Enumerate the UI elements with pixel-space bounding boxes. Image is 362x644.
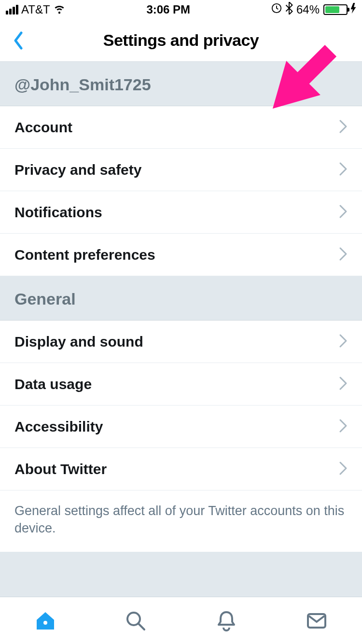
row-label: Data usage: [14, 376, 92, 392]
row-label: Notifications: [14, 204, 102, 221]
general-footer-note: General settings affect all of your Twit…: [0, 490, 362, 552]
empty-spacer: [0, 552, 362, 597]
tab-bar: [0, 597, 362, 644]
row-privacy-safety[interactable]: Privacy and safety: [0, 149, 362, 191]
section-header-general: General: [0, 276, 362, 321]
tab-messages[interactable]: [303, 607, 330, 634]
section-header-user: @John_Smit1725: [0, 62, 362, 106]
status-right: 64%: [271, 2, 356, 17]
row-label: About Twitter: [14, 461, 107, 477]
chevron-right-icon: [339, 461, 348, 477]
row-content-preferences[interactable]: Content preferences: [0, 234, 362, 276]
status-left: AT&T: [6, 2, 66, 17]
chevron-right-icon: [339, 419, 348, 435]
battery-icon: [323, 4, 348, 15]
row-label: Account: [14, 119, 72, 136]
battery-percent: 64%: [296, 3, 320, 16]
row-account[interactable]: Account: [0, 106, 362, 149]
chevron-right-icon: [339, 334, 348, 350]
back-button[interactable]: [8, 30, 29, 51]
signal-icon: [6, 5, 18, 14]
row-label: Display and sound: [14, 334, 143, 350]
chevron-right-icon: [339, 247, 348, 263]
carrier-label: AT&T: [21, 3, 50, 16]
status-bar: AT&T 3:06 PM 64%: [0, 0, 362, 19]
charging-icon: [350, 3, 356, 16]
svg-point-1: [43, 621, 47, 625]
row-notifications[interactable]: Notifications: [0, 191, 362, 234]
mail-icon: [305, 609, 328, 632]
chevron-left-icon: [13, 31, 24, 50]
chevron-right-icon: [339, 376, 348, 392]
search-icon: [124, 609, 147, 632]
nav-header: Settings and privacy: [0, 19, 362, 62]
rotation-lock-icon: [271, 3, 282, 16]
tab-home[interactable]: [32, 607, 59, 634]
row-about-twitter[interactable]: About Twitter: [0, 448, 362, 490]
chevron-right-icon: [339, 162, 348, 178]
row-label: Accessibility: [14, 419, 103, 435]
tab-search[interactable]: [122, 607, 149, 634]
wifi-icon: [53, 2, 66, 17]
row-label: Privacy and safety: [14, 162, 141, 178]
chevron-right-icon: [339, 119, 348, 136]
bell-icon: [215, 609, 238, 632]
row-label: Content preferences: [14, 247, 155, 263]
page-title: Settings and privacy: [103, 31, 259, 50]
tab-notifications[interactable]: [213, 607, 240, 634]
row-data-usage[interactable]: Data usage: [0, 363, 362, 406]
bluetooth-icon: [285, 2, 293, 17]
row-display-sound[interactable]: Display and sound: [0, 321, 362, 363]
svg-line-3: [139, 624, 144, 630]
home-icon: [34, 609, 57, 632]
chevron-right-icon: [339, 204, 348, 221]
status-time: 3:06 PM: [146, 3, 190, 16]
row-accessibility[interactable]: Accessibility: [0, 406, 362, 448]
